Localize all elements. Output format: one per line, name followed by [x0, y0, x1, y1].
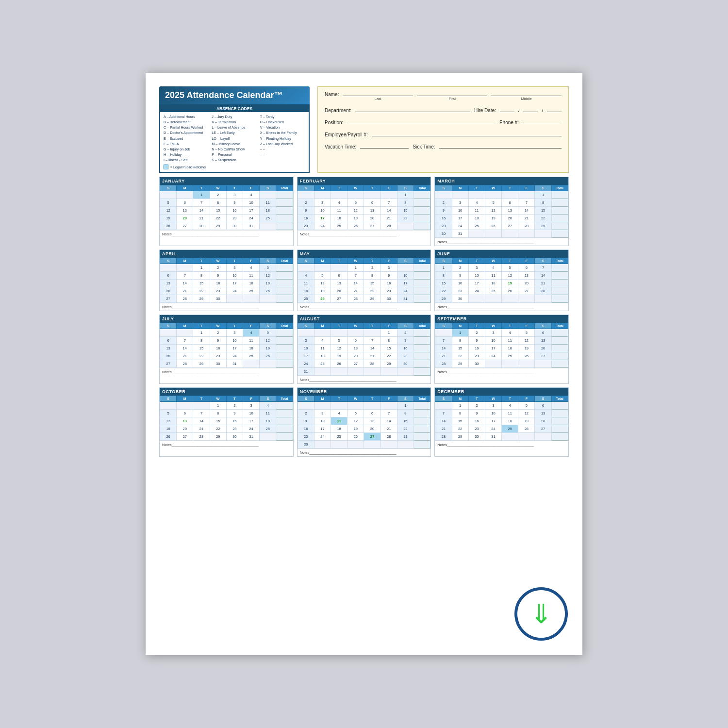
cal-day[interactable]: 17	[243, 417, 259, 425]
cal-day[interactable]: 31	[243, 433, 259, 441]
cal-day[interactable]: 12	[160, 207, 177, 215]
cal-day[interactable]: 3	[226, 191, 243, 199]
cal-day[interactable]: 21	[381, 215, 397, 222]
cal-day[interactable]: 17	[485, 345, 501, 352]
cal-day[interactable]: 31	[397, 295, 414, 303]
cal-day[interactable]	[193, 402, 210, 410]
cal-day[interactable]: 25	[260, 425, 276, 433]
cal-day[interactable]: 3	[243, 402, 259, 410]
cal-day[interactable]: 27	[364, 222, 381, 230]
cal-day[interactable]: 30	[226, 433, 243, 441]
cal-day[interactable]	[347, 402, 364, 410]
cal-day[interactable]: 28	[518, 222, 535, 230]
cal-day[interactable]: 23	[298, 222, 314, 230]
cal-day[interactable]: 23	[226, 425, 243, 433]
cal-day[interactable]: 5	[314, 272, 331, 280]
cal-day[interactable]: 1	[452, 329, 468, 337]
cal-day[interactable]: 2	[468, 329, 485, 337]
cal-day[interactable]: 27	[177, 222, 193, 230]
cal-day[interactable]: 2	[435, 199, 452, 207]
cal-day[interactable]: 20	[518, 280, 535, 287]
cal-day[interactable]: 20	[535, 345, 551, 352]
cal-day[interactable]: 3	[314, 410, 331, 417]
cal-day[interactable]: 25	[331, 433, 347, 441]
cal-day[interactable]	[518, 295, 535, 303]
cal-day[interactable]	[347, 329, 364, 337]
cal-day[interactable]: 28	[364, 360, 381, 368]
cal-day[interactable]: 30	[381, 295, 397, 303]
cal-day[interactable]: 30	[210, 295, 226, 303]
cal-day[interactable]	[331, 191, 347, 199]
cal-day[interactable]: 6	[535, 329, 551, 337]
cal-day[interactable]: 6	[518, 264, 535, 272]
cal-day[interactable]: 9	[452, 272, 468, 280]
cal-day[interactable]	[518, 433, 535, 441]
cal-day[interactable]	[468, 191, 485, 199]
cal-day[interactable]: 6	[331, 272, 347, 280]
cal-day[interactable]: 10	[226, 337, 243, 345]
cal-day[interactable]	[331, 329, 347, 337]
cal-day[interactable]: 27	[518, 287, 535, 295]
cal-day[interactable]: 20	[535, 417, 551, 425]
cal-day[interactable]	[226, 295, 243, 303]
cal-day[interactable]: 27	[502, 222, 518, 230]
cal-day[interactable]: 22	[381, 352, 397, 360]
cal-day[interactable]: 14	[193, 417, 210, 425]
cal-day[interactable]: 26	[347, 222, 364, 230]
cal-day[interactable]: 5	[260, 329, 276, 337]
cal-day[interactable]: 4	[243, 191, 259, 199]
cal-day[interactable]	[177, 402, 193, 410]
cal-day[interactable]: 7	[347, 272, 364, 280]
cal-day[interactable]: 10	[298, 345, 314, 352]
cal-day[interactable]: 18	[502, 417, 518, 425]
cal-day[interactable]	[260, 360, 276, 368]
phone-line[interactable]	[523, 117, 562, 124]
cal-day[interactable]: 29	[435, 295, 452, 303]
cal-day[interactable]: 22	[435, 287, 452, 295]
cal-day[interactable]: 24	[314, 222, 331, 230]
cal-day[interactable]: 8	[210, 410, 226, 417]
cal-day[interactable]	[260, 295, 276, 303]
cal-day[interactable]	[314, 191, 331, 199]
cal-day[interactable]: 15	[452, 417, 468, 425]
cal-day[interactable]: 17	[314, 425, 331, 433]
cal-day[interactable]: 20	[160, 352, 177, 360]
cal-day[interactable]: 3	[298, 337, 314, 345]
cal-day[interactable]: 22	[364, 287, 381, 295]
cal-day[interactable]: 9	[381, 272, 397, 280]
hire-line3[interactable]	[547, 105, 562, 112]
cal-day[interactable]: 10	[485, 410, 501, 417]
cal-day[interactable]	[260, 433, 276, 441]
cal-day[interactable]: 8	[535, 199, 551, 207]
cal-day[interactable]: 7	[177, 272, 193, 280]
cal-day[interactable]: 11	[331, 417, 347, 425]
cal-day[interactable]: 16	[226, 207, 243, 215]
cal-day[interactable]: 10	[452, 207, 468, 215]
cal-day[interactable]: 14	[347, 280, 364, 287]
cal-day[interactable]: 7	[535, 264, 551, 272]
cal-day[interactable]: 23	[381, 287, 397, 295]
cal-day[interactable]: 31	[485, 433, 501, 441]
cal-day[interactable]: 4	[485, 264, 501, 272]
cal-day[interactable]: 5	[485, 199, 501, 207]
cal-day[interactable]: 13	[347, 345, 364, 352]
cal-day[interactable]: 6	[535, 402, 551, 410]
cal-day[interactable]: 14	[535, 272, 551, 280]
cal-day[interactable]: 17	[226, 280, 243, 287]
cal-day[interactable]: 23	[226, 215, 243, 222]
cal-day[interactable]: 20	[364, 425, 381, 433]
cal-day[interactable]	[397, 368, 414, 376]
cal-day[interactable]: 12	[314, 280, 331, 287]
cal-day[interactable]: 19	[160, 425, 177, 433]
cal-day[interactable]	[518, 191, 535, 199]
cal-day[interactable]: 8	[381, 337, 397, 345]
cal-day[interactable]	[535, 295, 551, 303]
cal-day[interactable]: 10	[226, 272, 243, 280]
cal-day[interactable]: 12	[260, 272, 276, 280]
download-circle[interactable]: ⇓	[514, 587, 568, 641]
cal-day[interactable]: 10	[314, 417, 331, 425]
cal-day[interactable]: 6	[502, 199, 518, 207]
cal-day[interactable]: 20	[502, 215, 518, 222]
cal-day[interactable]	[381, 368, 397, 376]
cal-day[interactable]: 5	[331, 337, 347, 345]
